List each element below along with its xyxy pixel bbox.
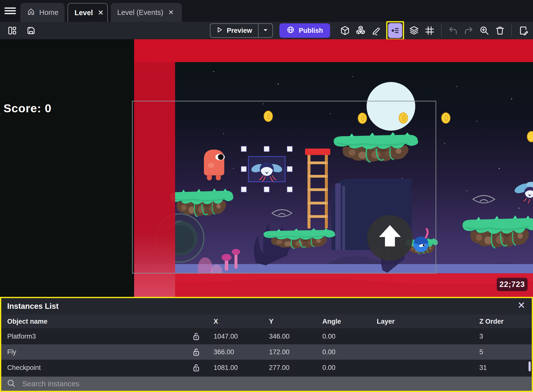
tab-level-events-close-icon[interactable]: ✕	[167, 8, 175, 17]
preview-dropdown-button[interactable]	[258, 23, 272, 38]
instance-name: Platform3	[1, 333, 185, 340]
instance-z-order[interactable]: 5	[473, 348, 532, 356]
scene-editor-canvas[interactable]: Score: 0 22;723	[0, 39, 533, 297]
preview-button[interactable]: Preview	[210, 23, 273, 38]
menu-icon[interactable]	[4, 6, 16, 16]
save-icon[interactable]	[25, 25, 37, 36]
caret-down-icon	[262, 27, 269, 34]
redo-icon[interactable]	[463, 25, 474, 36]
tab-level-label: Level	[75, 9, 93, 17]
instance-name: Fly	[1, 348, 185, 356]
col-layer: Layer	[371, 318, 473, 325]
search-instances-input[interactable]	[22, 380, 532, 388]
scene-edit-icon[interactable]	[518, 25, 529, 36]
cursor-coordinates-badge: 22;723	[497, 278, 528, 291]
tab-level-close-icon[interactable]: ✕	[97, 8, 105, 17]
instance-y[interactable]: 277.00	[263, 364, 316, 372]
zoom-in-icon[interactable]	[479, 25, 490, 36]
tab-home[interactable]: Home	[20, 3, 65, 22]
instance-angle[interactable]: 0.00	[316, 333, 371, 340]
panels-icon[interactable]	[6, 25, 18, 36]
instance-y[interactable]: 346.00	[263, 333, 316, 340]
tab-level-events-label: Level (Events)	[117, 8, 163, 17]
instance-x[interactable]: 1047.00	[207, 333, 263, 340]
pencil-icon[interactable]	[371, 25, 382, 36]
publish-label: Publish	[299, 27, 323, 35]
scene-artwork	[0, 39, 533, 297]
tab-level-events[interactable]: Level (Events) ✕	[111, 3, 182, 22]
moon-decor	[367, 82, 415, 131]
unlock-icon[interactable]	[185, 348, 207, 356]
toolbar: Preview Publish	[0, 22, 533, 39]
home-icon	[27, 7, 35, 18]
panel-title: Instances List	[1, 302, 59, 311]
publish-button[interactable]: Publish	[279, 23, 330, 38]
instances-list-panel: Instances List ✕ Object name X Y Angle L…	[0, 297, 533, 392]
box-icon[interactable]	[339, 25, 351, 36]
col-object-name: Object name	[1, 318, 185, 325]
table-row[interactable]: Platform3 1047.00 346.00 0.00 3	[1, 328, 532, 344]
tab-home-label: Home	[39, 8, 58, 17]
close-icon[interactable]: ✕	[517, 301, 525, 310]
layers-icon[interactable]	[408, 25, 420, 36]
instance-x[interactable]: 1081.00	[207, 364, 263, 372]
instance-y[interactable]: 172.00	[263, 348, 316, 356]
red-band-left	[134, 39, 175, 297]
toolbar-divider	[441, 25, 442, 36]
trash-icon[interactable]	[494, 25, 506, 36]
unlock-icon[interactable]	[185, 332, 207, 341]
table-header-row: Object name X Y Angle Layer Z Order	[1, 314, 532, 328]
boxes-icon[interactable]	[355, 25, 366, 36]
instance-name: Checkpoint	[1, 364, 185, 372]
tab-bar: Home Level ✕ Level (Events) ✕	[0, 0, 533, 22]
instances-list-icon[interactable]	[388, 23, 402, 38]
panel-scrollbar[interactable]	[529, 361, 531, 371]
instance-x[interactable]: 366.00	[207, 348, 263, 356]
col-y: Y	[263, 318, 316, 325]
panel-header: Instances List ✕	[1, 298, 532, 314]
col-x: X	[207, 318, 263, 325]
instance-z-order[interactable]: 3	[473, 333, 532, 340]
gdevelop-editor: Home Level ✕ Level (Events) ✕	[0, 0, 533, 392]
undo-icon[interactable]	[447, 25, 459, 36]
instance-angle[interactable]: 0.00	[316, 364, 371, 372]
col-angle: Angle	[316, 318, 371, 325]
globe-icon	[286, 26, 295, 36]
red-band-top	[134, 39, 533, 62]
instances-search-bar	[1, 377, 532, 391]
instance-z-order[interactable]: 31	[473, 364, 532, 372]
toolbar-divider	[511, 25, 512, 36]
table-row[interactable]: Checkpoint 1081.00 277.00 0.00 31	[1, 360, 532, 375]
instances-list-highlight-box	[386, 21, 404, 40]
table-row[interactable]: Fly 366.00 172.00 0.00 5	[1, 344, 532, 360]
grid-icon[interactable]	[424, 25, 435, 36]
jump-button-control	[367, 215, 413, 261]
tab-level[interactable]: Level ✕	[68, 3, 108, 22]
col-z-order: Z Order	[473, 318, 532, 325]
instance-angle[interactable]: 0.00	[316, 348, 371, 356]
search-icon	[7, 379, 16, 389]
unlock-icon[interactable]	[185, 363, 207, 372]
score-text: Score: 0	[3, 101, 51, 115]
play-icon	[215, 26, 223, 36]
preview-label: Preview	[227, 27, 252, 35]
